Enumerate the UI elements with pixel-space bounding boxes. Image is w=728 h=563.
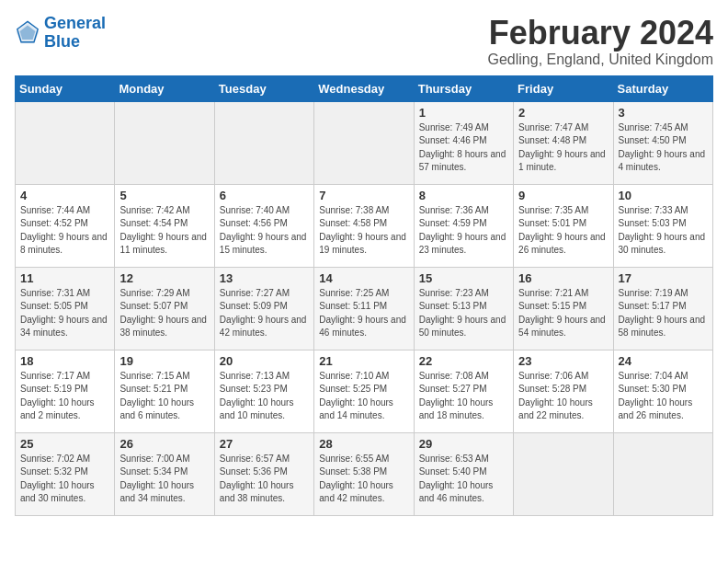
day-info: Sunrise: 7:19 AMSunset: 5:17 PMDaylight:… — [619, 287, 708, 340]
col-header-thursday: Thursday — [414, 75, 513, 101]
location: Gedling, England, United Kingdom — [488, 52, 714, 68]
calendar-week-row: 11Sunrise: 7:31 AMSunset: 5:05 PMDayligh… — [16, 267, 713, 350]
calendar-cell: 20Sunrise: 7:13 AMSunset: 5:23 PMDayligh… — [214, 350, 313, 432]
day-info: Sunrise: 7:10 AMSunset: 5:25 PMDaylight:… — [319, 370, 408, 423]
day-info: Sunrise: 7:04 AMSunset: 5:30 PMDaylight:… — [619, 370, 708, 423]
day-number: 6 — [220, 189, 309, 202]
logo-icon — [15, 20, 40, 46]
day-info: Sunrise: 6:55 AMSunset: 5:38 PMDaylight:… — [319, 453, 408, 506]
day-info: Sunrise: 7:42 AMSunset: 4:54 PMDaylight:… — [119, 204, 209, 258]
day-number: 27 — [220, 437, 309, 451]
logo: General Blue — [15, 15, 106, 52]
calendar-cell: 12Sunrise: 7:29 AMSunset: 5:07 PMDayligh… — [115, 267, 214, 350]
calendar-cell: 18Sunrise: 7:17 AMSunset: 5:19 PMDayligh… — [16, 350, 115, 432]
calendar-cell: 6Sunrise: 7:40 AMSunset: 4:56 PMDaylight… — [214, 184, 313, 267]
day-number: 5 — [119, 189, 209, 202]
title-block: February 2024 Gedling, England, United K… — [488, 15, 714, 68]
calendar-week-row: 25Sunrise: 7:02 AMSunset: 5:32 PMDayligh… — [16, 432, 713, 515]
day-number: 24 — [619, 354, 708, 368]
day-info: Sunrise: 7:31 AMSunset: 5:05 PMDaylight:… — [20, 287, 109, 340]
day-number: 1 — [419, 106, 508, 120]
calendar-cell: 26Sunrise: 7:00 AMSunset: 5:34 PMDayligh… — [115, 432, 214, 515]
calendar-cell: 2Sunrise: 7:47 AMSunset: 4:48 PMDaylight… — [514, 101, 613, 184]
day-number: 22 — [419, 354, 508, 368]
day-info: Sunrise: 7:06 AMSunset: 5:28 PMDaylight:… — [518, 370, 608, 423]
day-number: 15 — [419, 271, 508, 285]
calendar-cell: 8Sunrise: 7:36 AMSunset: 4:59 PMDaylight… — [414, 184, 513, 267]
day-info: Sunrise: 7:49 AMSunset: 4:46 PMDaylight:… — [419, 121, 508, 175]
page-header: General Blue February 2024 Gedling, Engl… — [15, 15, 713, 68]
day-info: Sunrise: 7:45 AMSunset: 4:50 PMDaylight:… — [619, 121, 708, 175]
calendar-cell: 7Sunrise: 7:38 AMSunset: 4:58 PMDaylight… — [314, 184, 414, 267]
calendar-cell: 17Sunrise: 7:19 AMSunset: 5:17 PMDayligh… — [613, 267, 712, 350]
day-number: 10 — [619, 189, 708, 202]
day-number: 28 — [319, 437, 408, 451]
calendar-cell: 29Sunrise: 6:53 AMSunset: 5:40 PMDayligh… — [414, 432, 513, 515]
day-number: 3 — [619, 106, 708, 120]
calendar-table: SundayMondayTuesdayWednesdayThursdayFrid… — [15, 75, 713, 516]
day-info: Sunrise: 7:15 AMSunset: 5:21 PMDaylight:… — [119, 370, 209, 423]
calendar-cell: 16Sunrise: 7:21 AMSunset: 5:15 PMDayligh… — [514, 267, 613, 350]
calendar-cell: 22Sunrise: 7:08 AMSunset: 5:27 PMDayligh… — [414, 350, 513, 432]
month-title: February 2024 — [488, 15, 714, 52]
day-number: 13 — [220, 271, 309, 285]
day-info: Sunrise: 7:29 AMSunset: 5:07 PMDaylight:… — [119, 287, 209, 340]
calendar-cell: 23Sunrise: 7:06 AMSunset: 5:28 PMDayligh… — [514, 350, 613, 432]
col-header-tuesday: Tuesday — [214, 75, 313, 101]
calendar-cell — [16, 101, 115, 184]
col-header-wednesday: Wednesday — [314, 75, 414, 101]
day-number: 16 — [518, 271, 608, 285]
day-number: 18 — [20, 354, 109, 368]
day-number: 25 — [20, 437, 109, 451]
calendar-cell: 27Sunrise: 6:57 AMSunset: 5:36 PMDayligh… — [214, 432, 313, 515]
day-info: Sunrise: 7:25 AMSunset: 5:11 PMDaylight:… — [319, 287, 408, 340]
calendar-cell: 14Sunrise: 7:25 AMSunset: 5:11 PMDayligh… — [314, 267, 414, 350]
calendar-cell — [115, 101, 214, 184]
calendar-cell — [514, 432, 613, 515]
calendar-cell: 11Sunrise: 7:31 AMSunset: 5:05 PMDayligh… — [16, 267, 115, 350]
calendar-cell: 13Sunrise: 7:27 AMSunset: 5:09 PMDayligh… — [214, 267, 313, 350]
day-info: Sunrise: 7:33 AMSunset: 5:03 PMDaylight:… — [619, 204, 708, 258]
calendar-cell: 15Sunrise: 7:23 AMSunset: 5:13 PMDayligh… — [414, 267, 513, 350]
calendar-cell: 4Sunrise: 7:44 AMSunset: 4:52 PMDaylight… — [16, 184, 115, 267]
day-number: 26 — [119, 437, 209, 451]
day-info: Sunrise: 7:47 AMSunset: 4:48 PMDaylight:… — [518, 121, 608, 175]
calendar-week-row: 4Sunrise: 7:44 AMSunset: 4:52 PMDaylight… — [16, 184, 713, 267]
day-info: Sunrise: 7:02 AMSunset: 5:32 PMDaylight:… — [20, 453, 109, 506]
day-number: 19 — [119, 354, 209, 368]
day-number: 17 — [619, 271, 708, 285]
day-info: Sunrise: 7:21 AMSunset: 5:15 PMDaylight:… — [518, 287, 608, 340]
day-number: 21 — [319, 354, 408, 368]
day-number: 2 — [518, 106, 608, 120]
day-info: Sunrise: 7:23 AMSunset: 5:13 PMDaylight:… — [419, 287, 508, 340]
logo-text: General Blue — [44, 15, 106, 52]
day-number: 9 — [518, 189, 608, 202]
day-number: 11 — [20, 271, 109, 285]
day-number: 12 — [119, 271, 209, 285]
calendar-header-row: SundayMondayTuesdayWednesdayThursdayFrid… — [16, 75, 713, 101]
day-info: Sunrise: 6:57 AMSunset: 5:36 PMDaylight:… — [220, 453, 309, 506]
calendar-cell — [613, 432, 712, 515]
day-number: 7 — [319, 189, 408, 202]
calendar-cell: 5Sunrise: 7:42 AMSunset: 4:54 PMDaylight… — [115, 184, 214, 267]
day-info: Sunrise: 7:40 AMSunset: 4:56 PMDaylight:… — [220, 204, 309, 258]
day-info: Sunrise: 7:00 AMSunset: 5:34 PMDaylight:… — [119, 453, 209, 506]
col-header-sunday: Sunday — [16, 75, 115, 101]
day-info: Sunrise: 7:08 AMSunset: 5:27 PMDaylight:… — [419, 370, 508, 423]
calendar-cell: 28Sunrise: 6:55 AMSunset: 5:38 PMDayligh… — [314, 432, 414, 515]
day-number: 20 — [220, 354, 309, 368]
day-number: 8 — [419, 189, 508, 202]
day-number: 14 — [319, 271, 408, 285]
col-header-friday: Friday — [514, 75, 613, 101]
calendar-cell: 10Sunrise: 7:33 AMSunset: 5:03 PMDayligh… — [613, 184, 712, 267]
day-info: Sunrise: 7:13 AMSunset: 5:23 PMDaylight:… — [220, 370, 309, 423]
day-info: Sunrise: 7:44 AMSunset: 4:52 PMDaylight:… — [20, 204, 109, 258]
calendar-cell: 24Sunrise: 7:04 AMSunset: 5:30 PMDayligh… — [613, 350, 712, 432]
day-info: Sunrise: 7:27 AMSunset: 5:09 PMDaylight:… — [220, 287, 309, 340]
day-info: Sunrise: 7:38 AMSunset: 4:58 PMDaylight:… — [319, 204, 408, 258]
calendar-cell: 25Sunrise: 7:02 AMSunset: 5:32 PMDayligh… — [16, 432, 115, 515]
calendar-cell: 9Sunrise: 7:35 AMSunset: 5:01 PMDaylight… — [514, 184, 613, 267]
day-info: Sunrise: 7:36 AMSunset: 4:59 PMDaylight:… — [419, 204, 508, 258]
day-info: Sunrise: 6:53 AMSunset: 5:40 PMDaylight:… — [419, 453, 508, 506]
calendar-cell: 19Sunrise: 7:15 AMSunset: 5:21 PMDayligh… — [115, 350, 214, 432]
